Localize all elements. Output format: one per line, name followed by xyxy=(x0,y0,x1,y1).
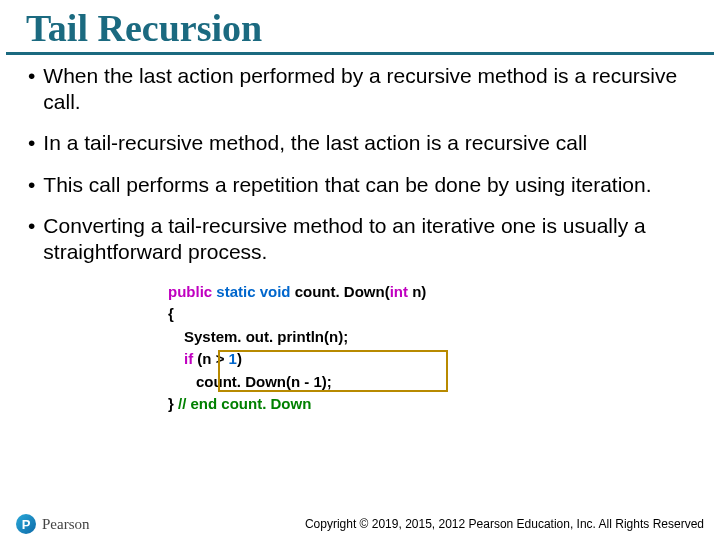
bullet-item: • In a tail-recursive method, the last a… xyxy=(28,130,692,156)
bullet-dot: • xyxy=(28,172,35,198)
bullet-dot: • xyxy=(28,213,35,264)
code-line-if: if (n > 1) xyxy=(168,348,692,371)
code-line-open-brace: { xyxy=(168,303,692,326)
end-comment: // end count. Down xyxy=(178,395,311,412)
code-line-recursive-call: count. Down(n - 1); xyxy=(168,371,692,394)
code-line-print: System. out. println(n); xyxy=(168,326,692,349)
slide-title: Tail Recursion xyxy=(6,0,714,55)
code-line-close-brace: } // end count. Down xyxy=(168,393,692,416)
bullet-dot: • xyxy=(28,130,35,156)
bullet-text: Converting a tail-recursive method to an… xyxy=(43,213,692,264)
bullet-text: When the last action performed by a recu… xyxy=(43,63,692,114)
pearson-logo: P Pearson xyxy=(16,514,90,534)
if-condition-close: ) xyxy=(237,350,242,367)
slide-footer: P Pearson Copyright © 2019, 2015, 2012 P… xyxy=(0,514,720,534)
slide-body: • When the last action performed by a re… xyxy=(0,63,720,416)
method-name: count. Down( xyxy=(291,283,390,300)
pearson-logo-mark: P xyxy=(16,514,36,534)
code-line-signature: public static void count. Down(int n) xyxy=(168,281,692,304)
bullet-dot: • xyxy=(28,63,35,114)
literal-one: 1 xyxy=(229,350,237,367)
keyword-if: if xyxy=(184,350,193,367)
param-name: n) xyxy=(408,283,426,300)
if-condition-open: (n > xyxy=(193,350,228,367)
bullet-text: This call performs a repetition that can… xyxy=(43,172,651,198)
keyword-public: public xyxy=(168,283,212,300)
bullet-item: • This call performs a repetition that c… xyxy=(28,172,692,198)
code-snippet: public static void count. Down(int n) { … xyxy=(168,281,692,416)
pearson-logo-text: Pearson xyxy=(42,516,90,533)
bullet-item: • When the last action performed by a re… xyxy=(28,63,692,114)
close-brace: } xyxy=(168,395,178,412)
bullet-item: • Converting a tail-recursive method to … xyxy=(28,213,692,264)
bullet-text: In a tail-recursive method, the last act… xyxy=(43,130,587,156)
keyword-int: int xyxy=(390,283,408,300)
copyright-notice: Copyright © 2019, 2015, 2012 Pearson Edu… xyxy=(305,517,704,531)
keyword-static-void: static void xyxy=(216,283,290,300)
